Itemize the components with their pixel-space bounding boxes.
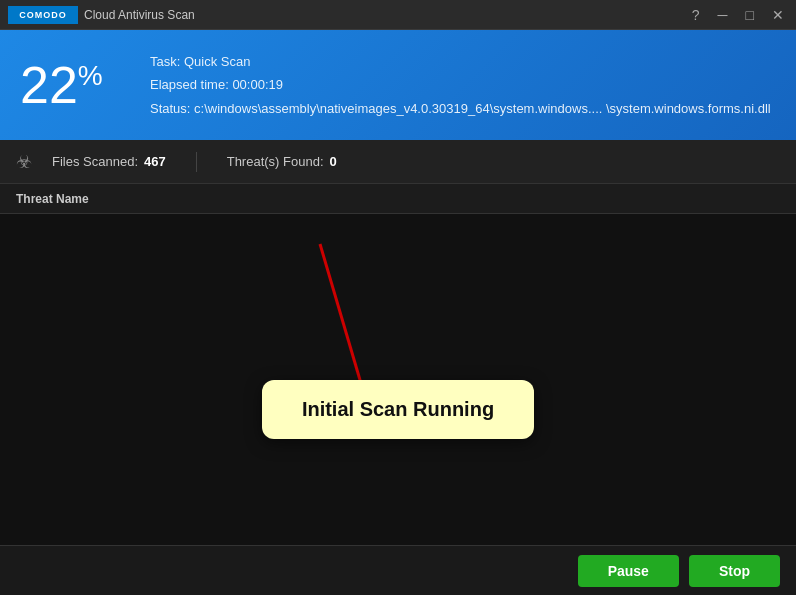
pause-button[interactable]: Pause <box>578 555 679 587</box>
status-value: c:\windows\assembly\nativeimages_v4.0.30… <box>194 101 771 116</box>
elapsed-line: Elapsed time: 00:00:19 <box>150 73 771 96</box>
stop-button[interactable]: Stop <box>689 555 780 587</box>
task-line: Task: Quick Scan <box>150 50 771 73</box>
percent-value: 22 <box>20 56 78 114</box>
task-label: Task: <box>150 54 180 69</box>
minimize-button[interactable]: ─ <box>714 8 732 22</box>
percent-symbol: % <box>78 60 103 91</box>
close-button[interactable]: ✕ <box>768 8 788 22</box>
title-bar-controls: ? ─ □ ✕ <box>688 8 788 22</box>
annotation-text: Initial Scan Running <box>302 398 494 420</box>
main-content: Initial Scan Running <box>0 214 796 545</box>
files-scanned-value: 467 <box>144 154 166 169</box>
stats-bar: ☣ Files Scanned: 467 Threat(s) Found: 0 <box>0 140 796 184</box>
threats-found-value: 0 <box>330 154 337 169</box>
window-title: Cloud Antivirus Scan <box>84 8 195 22</box>
status-label: Status: <box>150 101 190 116</box>
logo-text: COMODO <box>8 6 78 24</box>
threats-found-stat: Threat(s) Found: 0 <box>227 154 337 169</box>
title-bar: COMODO Cloud Antivirus Scan ? ─ □ ✕ <box>0 0 796 30</box>
maximize-button[interactable]: □ <box>742 8 758 22</box>
percent-display: 22% <box>20 59 120 111</box>
title-bar-left: COMODO Cloud Antivirus Scan <box>8 6 195 24</box>
initial-scan-annotation: Initial Scan Running <box>262 380 534 439</box>
elapsed-value: 00:00:19 <box>232 77 283 92</box>
progress-header: 22% Task: Quick Scan Elapsed time: 00:00… <box>0 30 796 140</box>
bottom-bar: Pause Stop <box>0 545 796 595</box>
comodo-logo: COMODO <box>8 6 78 24</box>
scan-info: Task: Quick Scan Elapsed time: 00:00:19 … <box>150 50 771 120</box>
scan-icon: ☣ <box>16 151 32 173</box>
threat-name-column: Threat Name <box>16 192 89 206</box>
threats-found-label: Threat(s) Found: <box>227 154 324 169</box>
task-value: Quick Scan <box>184 54 250 69</box>
stat-divider <box>196 152 197 172</box>
help-button[interactable]: ? <box>688 8 704 22</box>
files-scanned-stat: Files Scanned: 467 <box>52 154 166 169</box>
threat-table-header: Threat Name <box>0 184 796 214</box>
elapsed-label: Elapsed time: <box>150 77 229 92</box>
files-scanned-label: Files Scanned: <box>52 154 138 169</box>
status-line: Status: c:\windows\assembly\nativeimages… <box>150 97 771 120</box>
